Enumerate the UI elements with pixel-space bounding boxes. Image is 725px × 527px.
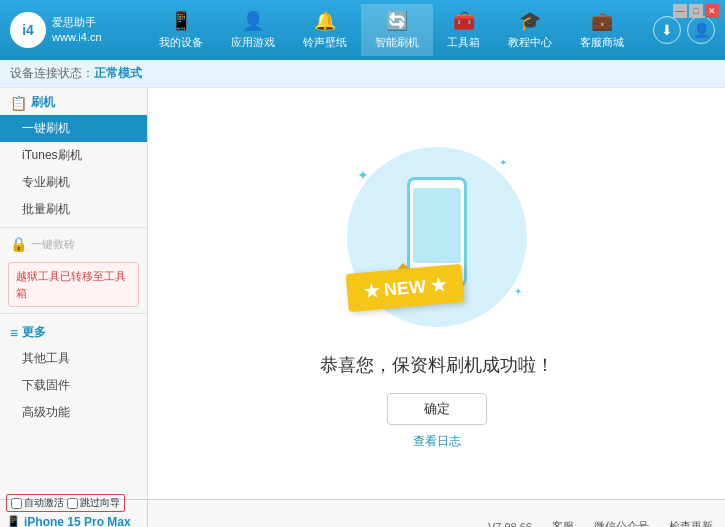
sparkle-3: ✦ xyxy=(514,286,522,297)
main-layout: 📋 刷机 一键刷机 iTunes刷机 专业刷机 批量刷机 🔒 一键救砖 xyxy=(0,88,725,499)
more-section-label: 更多 xyxy=(22,324,46,341)
nav-toolbox-label: 工具箱 xyxy=(447,35,480,50)
logo-circle: i4 xyxy=(10,12,46,48)
auto-activate-input[interactable] xyxy=(11,498,22,509)
nav-tutorial-label: 教程中心 xyxy=(508,35,552,50)
window-controls: — □ ✕ xyxy=(673,4,719,18)
auto-activate-checkbox[interactable]: 自动激活 xyxy=(11,496,64,510)
app-name: 爱思助手 xyxy=(52,15,102,30)
phone-screen xyxy=(413,188,461,263)
download-button[interactable]: ⬇ xyxy=(653,16,681,44)
sidebar: 📋 刷机 一键刷机 iTunes刷机 专业刷机 批量刷机 🔒 一键救砖 xyxy=(0,88,148,499)
sidebar-item-itunes-flash[interactable]: iTunes刷机 xyxy=(0,142,147,169)
nav-toolbox[interactable]: 🧰 工具箱 xyxy=(433,4,494,56)
nav-tutorial[interactable]: 🎓 教程中心 xyxy=(494,4,566,56)
nav-my-device-label: 我的设备 xyxy=(159,35,203,50)
user-button[interactable]: 👤 xyxy=(687,16,715,44)
content-area: ✦ ✦ ✦ ★ NEW ★ 恭喜您，保资料刷机成功啦！ 确定 查看日志 xyxy=(148,88,725,499)
nav-ringtones-label: 铃声壁纸 xyxy=(303,35,347,50)
nav-apps-games[interactable]: 👤 应用游戏 xyxy=(217,4,289,56)
logo-text: 爱思助手 www.i4.cn xyxy=(52,15,102,46)
close-button[interactable]: ✕ xyxy=(705,4,719,18)
success-text: 恭喜您，保资料刷机成功啦！ xyxy=(320,353,554,377)
nav-apps-games-label: 应用游戏 xyxy=(231,35,275,50)
nav-ringtones[interactable]: 🔔 铃声壁纸 xyxy=(289,4,361,56)
service-icon: 💼 xyxy=(591,10,613,32)
minimize-button[interactable]: — xyxy=(673,4,687,18)
subheader: 设备连接状态： 正常模式 xyxy=(0,60,725,88)
skip-wizard-label: 跳过向导 xyxy=(80,496,120,510)
rescue-notice: 越狱工具已转移至工具箱 xyxy=(8,262,139,307)
sidebar-item-advanced[interactable]: 高级功能 xyxy=(0,399,147,426)
phone-illustration: ✦ ✦ ✦ ★ NEW ★ xyxy=(337,137,537,337)
toolbox-icon: 🧰 xyxy=(453,10,475,32)
more-section-icon: ≡ xyxy=(10,325,18,341)
flash-section-label: 刷机 xyxy=(31,94,55,111)
confirm-button[interactable]: 确定 xyxy=(387,393,487,425)
nav-items: 📱 我的设备 👤 应用游戏 🔔 铃声壁纸 🔄 智能刷机 🧰 工具箱 🎓 xyxy=(130,4,653,56)
sidebar-item-pro-flash[interactable]: 专业刷机 xyxy=(0,169,147,196)
wechat-link[interactable]: 微信公众号 xyxy=(594,519,649,527)
skip-wizard-input[interactable] xyxy=(67,498,78,509)
sidebar-item-one-key-flash[interactable]: 一键刷机 xyxy=(0,115,147,142)
subheader-status: 正常模式 xyxy=(94,65,142,82)
nav-my-device[interactable]: 📱 我的设备 xyxy=(145,4,217,56)
sparkle-2: ✦ xyxy=(499,157,507,168)
version-label: V7.98.66 xyxy=(488,521,532,528)
nav-service-label: 客服商城 xyxy=(580,35,624,50)
nav-service[interactable]: 💼 客服商城 xyxy=(566,4,638,56)
my-device-icon: 📱 xyxy=(170,10,192,32)
status-bar-right: V7.98.66 客服 微信公众号 检查更新 xyxy=(148,500,725,527)
sidebar-one-key-rescue: 🔒 一键救砖 xyxy=(0,232,147,256)
app-url: www.i4.cn xyxy=(52,30,102,45)
logo-icon: i4 xyxy=(22,22,34,38)
auto-activate-label: 自动激活 xyxy=(24,496,64,510)
skip-wizard-checkbox[interactable]: 跳过向导 xyxy=(67,496,120,510)
nav-smart-flash-label: 智能刷机 xyxy=(375,35,419,50)
tutorial-icon: 🎓 xyxy=(519,10,541,32)
customer-service-link[interactable]: 客服 xyxy=(552,519,574,527)
bottom-section: 自动激活 跳过向导 📱 iPhone 15 Pro Max 512GB iPho… xyxy=(0,499,725,527)
sidebar-section-more: ≡ 更多 xyxy=(0,318,147,345)
sidebar-divider-2 xyxy=(0,313,147,314)
smart-flash-icon: 🔄 xyxy=(386,10,408,32)
sidebar-item-other-tools[interactable]: 其他工具 xyxy=(0,345,147,372)
sidebar-divider-1 xyxy=(0,227,147,228)
flash-section-icon: 📋 xyxy=(10,95,27,111)
device-checkboxes: 自动激活 跳过向导 xyxy=(6,494,125,512)
nav-smart-flash[interactable]: 🔄 智能刷机 xyxy=(361,4,433,56)
lock-icon: 🔒 xyxy=(10,236,27,252)
device-area: 自动激活 跳过向导 📱 iPhone 15 Pro Max 512GB iPho… xyxy=(0,500,148,527)
device-phone-icon: 📱 xyxy=(6,515,21,527)
sidebar-item-download-firmware[interactable]: 下载固件 xyxy=(0,372,147,399)
log-link[interactable]: 查看日志 xyxy=(413,433,461,450)
device-name: 📱 iPhone 15 Pro Max xyxy=(6,515,141,527)
ringtones-icon: 🔔 xyxy=(314,10,336,32)
header: i4 爱思助手 www.i4.cn 📱 我的设备 👤 应用游戏 🔔 铃声壁纸 🔄 xyxy=(0,0,725,60)
sparkle-1: ✦ xyxy=(357,167,369,183)
maximize-button[interactable]: □ xyxy=(689,4,703,18)
header-right: ⬇ 👤 xyxy=(653,16,715,44)
sidebar-section-flash: 📋 刷机 xyxy=(0,88,147,115)
check-update-link[interactable]: 检查更新 xyxy=(669,519,713,527)
logo-area: i4 爱思助手 www.i4.cn xyxy=(10,12,130,48)
sidebar-item-batch-flash[interactable]: 批量刷机 xyxy=(0,196,147,223)
subheader-label: 设备连接状态： xyxy=(10,65,94,82)
apps-games-icon: 👤 xyxy=(242,10,264,32)
